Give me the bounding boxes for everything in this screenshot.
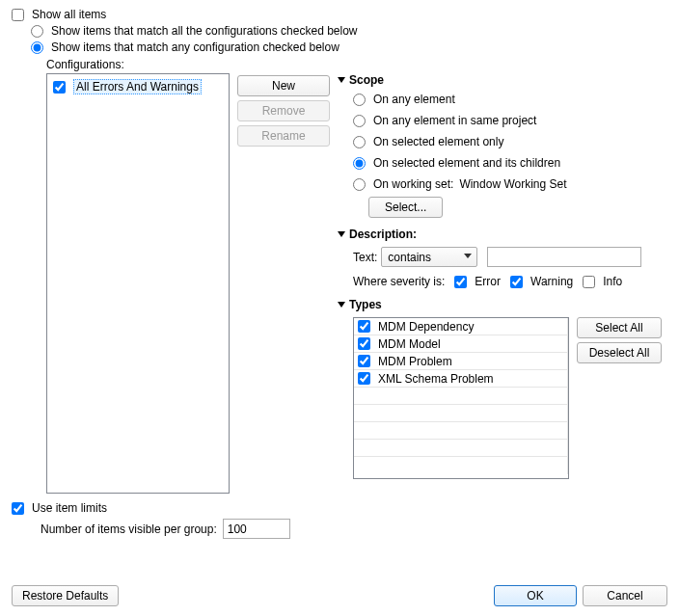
restore-defaults-button[interactable]: Restore Defaults <box>12 585 119 606</box>
scope-header[interactable]: Scope <box>338 73 667 87</box>
scope-workingset-label: On working set: <box>373 177 453 191</box>
types-header[interactable]: Types <box>338 298 667 311</box>
match-all-radio[interactable] <box>31 25 43 38</box>
match-any-label: Show items that match any configuration … <box>51 40 340 54</box>
show-all-label: Show all items <box>32 8 106 21</box>
table-row <box>354 422 568 440</box>
type-label: MDM Dependency <box>378 320 474 334</box>
table-row <box>354 457 568 474</box>
severity-info-label: Info <box>603 275 622 288</box>
per-group-label: Number of items visible per group: <box>41 522 217 536</box>
type-checkbox[interactable] <box>358 372 370 385</box>
chevron-down-icon <box>338 231 345 237</box>
type-label: MDM Model <box>378 337 441 351</box>
config-item-checkbox[interactable] <box>53 81 66 94</box>
use-limits-checkbox[interactable] <box>12 502 24 515</box>
config-item-label: All Errors And Warnings <box>73 79 202 94</box>
severity-warning-checkbox[interactable] <box>510 276 523 288</box>
severity-info-checkbox[interactable] <box>583 276 595 288</box>
severity-warning-label: Warning <box>530 275 573 288</box>
chevron-down-icon <box>338 77 345 83</box>
chevron-down-icon <box>338 302 345 308</box>
scope-children-label: On selected element and its children <box>373 156 560 170</box>
scope-any-label: On any element <box>373 93 455 106</box>
use-limits-label: Use item limits <box>32 501 107 515</box>
per-group-input[interactable] <box>223 519 290 539</box>
remove-button: Remove <box>237 100 330 121</box>
description-title: Description: <box>349 228 417 241</box>
table-row[interactable]: MDM Problem <box>354 353 568 370</box>
type-checkbox[interactable] <box>358 320 370 333</box>
table-row[interactable]: XML Schema Problem <box>354 370 568 388</box>
types-title: Types <box>349 298 382 311</box>
ok-button[interactable]: OK <box>494 585 577 606</box>
severity-error-label: Error <box>475 275 501 288</box>
text-label: Text: <box>353 251 377 264</box>
type-checkbox[interactable] <box>358 337 370 350</box>
scope-title: Scope <box>349 73 384 87</box>
deselect-all-button[interactable]: Deselect All <box>577 342 662 363</box>
type-label: XML Schema Problem <box>378 372 494 386</box>
scope-selected-radio[interactable] <box>353 136 366 148</box>
text-mode-combo[interactable]: contains <box>381 247 477 267</box>
table-row <box>354 440 568 457</box>
cancel-button[interactable]: Cancel <box>583 585 667 606</box>
new-button[interactable]: New <box>237 75 330 96</box>
scope-project-label: On any element in same project <box>373 114 536 127</box>
scope-workingset-radio[interactable] <box>353 178 366 191</box>
scope-project-radio[interactable] <box>353 115 366 127</box>
severity-label: Where severity is: <box>353 275 445 288</box>
table-row[interactable]: MDM Model <box>354 335 568 353</box>
table-row <box>354 405 568 422</box>
scope-any-radio[interactable] <box>353 94 366 106</box>
configurations-listbox[interactable]: All Errors And Warnings <box>46 73 230 494</box>
table-row[interactable]: MDM Dependency <box>354 318 568 335</box>
match-any-radio[interactable] <box>31 41 43 54</box>
types-table[interactable]: MDM Dependency MDM Model MDM Problem XML… <box>353 317 569 479</box>
type-checkbox[interactable] <box>358 355 370 367</box>
select-workingset-button[interactable]: Select... <box>368 197 443 218</box>
scope-selected-label: On selected element only <box>373 135 503 148</box>
select-all-button[interactable]: Select All <box>577 317 662 338</box>
severity-error-checkbox[interactable] <box>454 276 467 288</box>
match-all-label: Show items that match all the configurat… <box>51 24 358 38</box>
configurations-label: Configurations: <box>46 58 667 71</box>
type-label: MDM Problem <box>378 355 452 368</box>
text-mode-value: contains <box>381 247 477 267</box>
scope-children-radio[interactable] <box>353 157 366 170</box>
scope-workingset-value: Window Working Set <box>459 177 566 191</box>
list-item[interactable]: All Errors And Warnings <box>51 78 225 95</box>
show-all-checkbox[interactable] <box>12 9 24 21</box>
text-filter-input[interactable] <box>487 247 641 267</box>
table-row <box>354 388 568 405</box>
description-header[interactable]: Description: <box>338 228 667 241</box>
rename-button: Rename <box>237 125 330 147</box>
